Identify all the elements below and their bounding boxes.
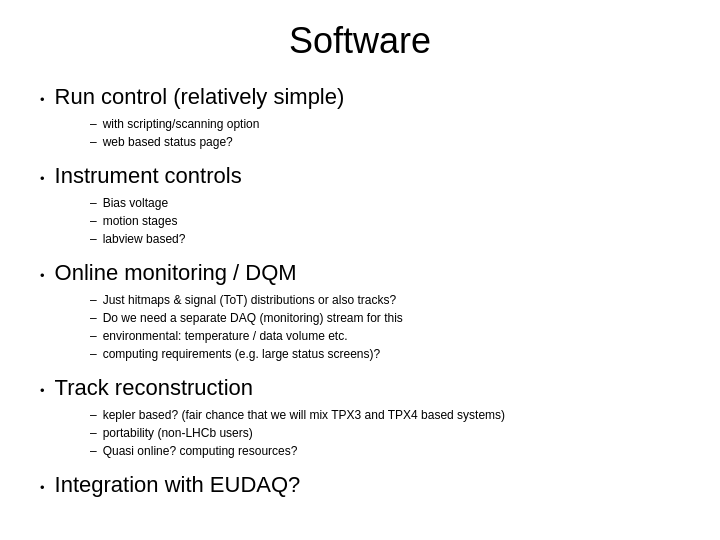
sub-items-run-control: –with scripting/scanning option–web base… [90, 115, 680, 151]
sub-dash-icon: – [90, 230, 97, 248]
section-integration-eudaq: •Integration with EUDAQ? [40, 468, 680, 501]
sub-item: –web based status page? [90, 133, 680, 151]
sub-dash-icon: – [90, 212, 97, 230]
sub-dash-icon: – [90, 194, 97, 212]
bullet-dot: • [40, 266, 45, 286]
section-track-reconstruction: •Track reconstruction–kepler based? (fai… [40, 371, 680, 460]
page: Software •Run control (relatively simple… [0, 0, 720, 540]
sub-dash-icon: – [90, 406, 97, 424]
main-bullet-instrument-controls: •Instrument controls [40, 159, 680, 192]
sub-item: –Bias voltage [90, 194, 680, 212]
sub-dash-icon: – [90, 345, 97, 363]
sub-items-online-monitoring: –Just hitmaps & signal (ToT) distributio… [90, 291, 680, 363]
section-instrument-controls: •Instrument controls–Bias voltage–motion… [40, 159, 680, 248]
sub-item: –Just hitmaps & signal (ToT) distributio… [90, 291, 680, 309]
sub-items-instrument-controls: –Bias voltage–motion stages–labview base… [90, 194, 680, 248]
section-online-monitoring: •Online monitoring / DQM–Just hitmaps & … [40, 256, 680, 363]
sub-item: –Do we need a separate DAQ (monitoring) … [90, 309, 680, 327]
sub-item-text: portability (non-LHCb users) [103, 424, 253, 442]
main-label-run-control: Run control (relatively simple) [55, 80, 345, 113]
sub-item: –Quasi online? computing resources? [90, 442, 680, 460]
sub-item: –kepler based? (fair chance that we will… [90, 406, 680, 424]
main-bullet-track-reconstruction: •Track reconstruction [40, 371, 680, 404]
bullet-dot: • [40, 381, 45, 401]
bullet-dot: • [40, 478, 45, 498]
bullet-dot: • [40, 90, 45, 110]
sub-item-text: Just hitmaps & signal (ToT) distribution… [103, 291, 396, 309]
page-title: Software [40, 20, 680, 62]
section-run-control: •Run control (relatively simple)–with sc… [40, 80, 680, 151]
main-label-instrument-controls: Instrument controls [55, 159, 242, 192]
sub-item: –environmental: temperature / data volum… [90, 327, 680, 345]
sub-item-text: motion stages [103, 212, 178, 230]
sub-item: –with scripting/scanning option [90, 115, 680, 133]
sub-dash-icon: – [90, 291, 97, 309]
sub-item-text: kepler based? (fair chance that we will … [103, 406, 505, 424]
main-label-integration-eudaq: Integration with EUDAQ? [55, 468, 301, 501]
sub-item-text: environmental: temperature / data volume… [103, 327, 348, 345]
main-label-track-reconstruction: Track reconstruction [55, 371, 253, 404]
sub-item-text: Quasi online? computing resources? [103, 442, 298, 460]
sub-dash-icon: – [90, 115, 97, 133]
sub-items-track-reconstruction: –kepler based? (fair chance that we will… [90, 406, 680, 460]
sub-dash-icon: – [90, 309, 97, 327]
sub-item: –computing requirements (e.g. large stat… [90, 345, 680, 363]
main-bullet-integration-eudaq: •Integration with EUDAQ? [40, 468, 680, 501]
content-area: •Run control (relatively simple)–with sc… [40, 80, 680, 501]
sub-item: –portability (non-LHCb users) [90, 424, 680, 442]
main-bullet-run-control: •Run control (relatively simple) [40, 80, 680, 113]
sub-item-text: computing requirements (e.g. large statu… [103, 345, 380, 363]
sub-item: –labview based? [90, 230, 680, 248]
sub-dash-icon: – [90, 327, 97, 345]
main-bullet-online-monitoring: •Online monitoring / DQM [40, 256, 680, 289]
sub-dash-icon: – [90, 133, 97, 151]
sub-item-text: Do we need a separate DAQ (monitoring) s… [103, 309, 403, 327]
sub-item-text: with scripting/scanning option [103, 115, 260, 133]
sub-item: –motion stages [90, 212, 680, 230]
sub-item-text: labview based? [103, 230, 186, 248]
bullet-dot: • [40, 169, 45, 189]
sub-item-text: web based status page? [103, 133, 233, 151]
main-label-online-monitoring: Online monitoring / DQM [55, 256, 297, 289]
sub-dash-icon: – [90, 442, 97, 460]
sub-item-text: Bias voltage [103, 194, 168, 212]
sub-dash-icon: – [90, 424, 97, 442]
